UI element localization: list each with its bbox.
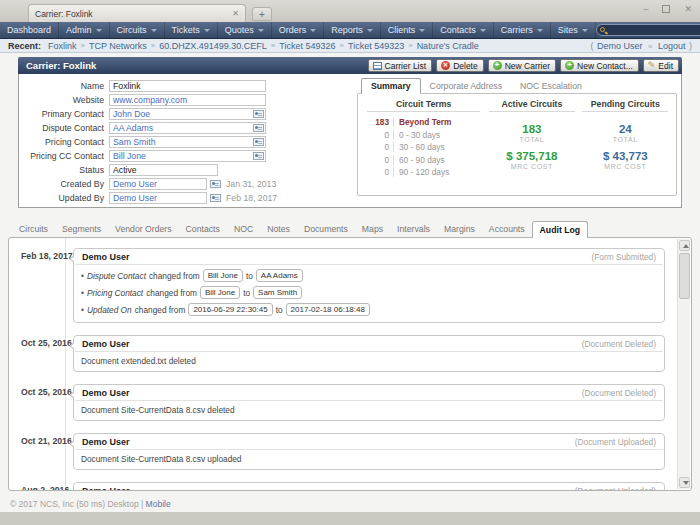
browser-tab-title: Carrier: Foxlink xyxy=(35,9,232,19)
summary-box: Circuit Terms 183 Beyond Term 0 0 - 30 d… xyxy=(357,93,677,196)
chevron-down-icon xyxy=(204,29,210,32)
add-icon: + xyxy=(565,61,574,70)
primary-contact-field[interactable]: John Doe xyxy=(109,108,266,120)
menu-clients[interactable]: Clients xyxy=(381,22,434,39)
menu-circuits[interactable]: Circuits xyxy=(110,22,165,39)
global-search xyxy=(596,24,700,36)
chevron-down-icon xyxy=(258,29,264,32)
carrier-list-button[interactable]: Carrier List xyxy=(368,59,433,72)
audit-entry-type: (Document Uploaded) xyxy=(575,437,656,447)
dispute-contact-field[interactable]: AA Adams xyxy=(109,122,266,134)
contact-card-icon[interactable] xyxy=(210,180,221,188)
scroll-down-icon[interactable] xyxy=(679,477,690,488)
audit-entry-card: Demo User (Document Deleted) Document ex… xyxy=(73,335,665,372)
tab-corporate-address[interactable]: Corporate Address xyxy=(421,79,511,93)
recent-link-natures-cradle[interactable]: Nature's Cradle xyxy=(417,41,479,51)
menu-tickets[interactable]: Tickets xyxy=(165,22,218,39)
audit-entry: Aug 2, 2016 Demo User (Document Uploaded… xyxy=(21,482,665,491)
tab-close-icon[interactable]: ✕ xyxy=(232,9,239,18)
created-by-field[interactable]: Demo User xyxy=(109,178,207,190)
tab-noc[interactable]: NOC xyxy=(227,221,260,237)
tab-vendor-orders[interactable]: Vendor Orders xyxy=(108,221,179,237)
menu-contacts[interactable]: Contacts xyxy=(433,22,494,39)
new-contact-button[interactable]: + New Contact... xyxy=(560,59,639,72)
logout-link[interactable]: Logout xyxy=(658,41,686,51)
minimize-icon[interactable]: – xyxy=(643,3,648,15)
audit-entry-body: Document Site-CurrentData 8.csv deleted xyxy=(74,401,664,420)
tab-notes[interactable]: Notes xyxy=(260,221,297,237)
tab-maps[interactable]: Maps xyxy=(355,221,390,237)
form-row-updated-by: Updated By Demo User Feb 18, 2017 xyxy=(23,192,277,204)
audit-entry-card: Demo User (Document Deleted) Document Si… xyxy=(73,384,665,421)
tab-margins[interactable]: Margins xyxy=(437,221,482,237)
mobile-link[interactable]: Mobile xyxy=(146,499,171,509)
menu-quotes[interactable]: Quotes xyxy=(218,22,272,39)
maximize-icon[interactable] xyxy=(662,5,670,13)
change-from-value: Bill Jone xyxy=(200,286,240,299)
recent-link-ticket-549323[interactable]: Ticket 549323 xyxy=(348,41,404,51)
delete-button[interactable]: ✕ Delete xyxy=(436,59,484,72)
pricing-cc-contact-field[interactable]: Bill Jone xyxy=(109,150,266,162)
menu-carriers[interactable]: Carriers xyxy=(494,22,551,39)
tab-circuits[interactable]: Circuits xyxy=(12,221,55,237)
audit-entry-card: Demo User (Document Uploaded) Document e… xyxy=(73,482,665,491)
tab-summary[interactable]: Summary xyxy=(361,78,421,94)
menu-sites[interactable]: Sites xyxy=(551,22,596,39)
created-date: Jan 31, 2013 xyxy=(226,179,276,189)
audit-entry-type: (Form Submitted) xyxy=(591,252,656,262)
pricing-contact-field[interactable]: Sam Smith xyxy=(109,136,266,148)
contact-card-icon[interactable] xyxy=(253,138,264,146)
tab-intervals[interactable]: Intervals xyxy=(390,221,437,237)
recent-link-ticket-549326[interactable]: Ticket 549326 xyxy=(279,41,335,51)
change-to-value: Sam Smith xyxy=(253,286,302,299)
desktop-link[interactable]: Desktop xyxy=(107,499,138,509)
current-user-link[interactable]: Demo User xyxy=(597,41,643,51)
tab-noc-escalation[interactable]: NOC Escalation xyxy=(511,79,591,93)
term-row-beyond: 183 Beyond Term xyxy=(362,116,485,129)
chevron-down-icon xyxy=(582,29,588,32)
updated-date: Feb 18, 2017 xyxy=(226,193,277,203)
main-menu-bar: Dashboard Admin Circuits Tickets Quotes … xyxy=(0,22,700,39)
scroll-up-icon[interactable] xyxy=(679,240,690,251)
add-icon: + xyxy=(493,61,502,70)
global-search-input[interactable] xyxy=(611,26,700,35)
browser-tab[interactable]: Carrier: Foxlink ✕ xyxy=(28,4,246,22)
recent-bar: Recent: Foxlink » TCP Networks » 60.DHZX… xyxy=(0,39,700,53)
new-tab-button[interactable]: + xyxy=(252,7,272,21)
contact-card-icon[interactable] xyxy=(253,110,264,118)
chevron-down-icon xyxy=(151,29,157,32)
audit-entry-card: Demo User (Form Submitted) • Dispute Con… xyxy=(73,248,665,323)
menu-orders[interactable]: Orders xyxy=(272,22,325,39)
new-carrier-button[interactable]: + New Carrier xyxy=(488,59,556,72)
tab-audit-log[interactable]: Audit Log xyxy=(532,221,589,238)
website-link[interactable]: www.company.com xyxy=(113,95,187,105)
scrollbar[interactable] xyxy=(677,239,690,489)
website-field[interactable]: www.company.com xyxy=(109,94,266,106)
menu-dashboard[interactable]: Dashboard xyxy=(0,22,59,39)
tab-documents[interactable]: Documents xyxy=(297,221,355,237)
tab-accounts[interactable]: Accounts xyxy=(482,221,532,237)
window-close-icon[interactable]: ✕ xyxy=(684,3,692,15)
chevron-down-icon xyxy=(96,29,102,32)
recent-link-foxlink[interactable]: Foxlink xyxy=(48,41,77,51)
name-field[interactable]: Foxlink xyxy=(109,80,266,92)
audit-entry-body: Document extended.txt deleted xyxy=(74,352,664,371)
contact-card-icon[interactable] xyxy=(253,152,264,160)
edit-button[interactable]: ✎ Edit xyxy=(643,59,679,72)
audit-entry-card: Demo User (Document Uploaded) Document S… xyxy=(73,433,665,470)
contact-card-icon[interactable] xyxy=(253,124,264,132)
contact-card-icon[interactable] xyxy=(210,194,221,202)
recent-link-tcp-networks[interactable]: TCP Networks xyxy=(89,41,147,51)
recent-link-circuit[interactable]: 60.DHZX.491499.30.CEFL xyxy=(159,41,267,51)
tab-contacts[interactable]: Contacts xyxy=(179,221,227,237)
term-row-60-90: 0 60 - 90 days xyxy=(362,154,485,167)
tab-segments[interactable]: Segments xyxy=(55,221,108,237)
active-circuits-column: Active Circuits 183 TOTAL $ 375,718 MRC … xyxy=(485,99,578,190)
menu-reports[interactable]: Reports xyxy=(324,22,381,39)
status-field[interactable]: Active xyxy=(109,164,218,176)
updated-by-field[interactable]: Demo User xyxy=(109,192,207,204)
scrollbar-thumb[interactable] xyxy=(679,253,690,299)
term-row-90-120: 0 90 - 120 days xyxy=(362,166,485,179)
recent-label: Recent: xyxy=(8,41,41,51)
menu-admin[interactable]: Admin xyxy=(59,22,110,39)
